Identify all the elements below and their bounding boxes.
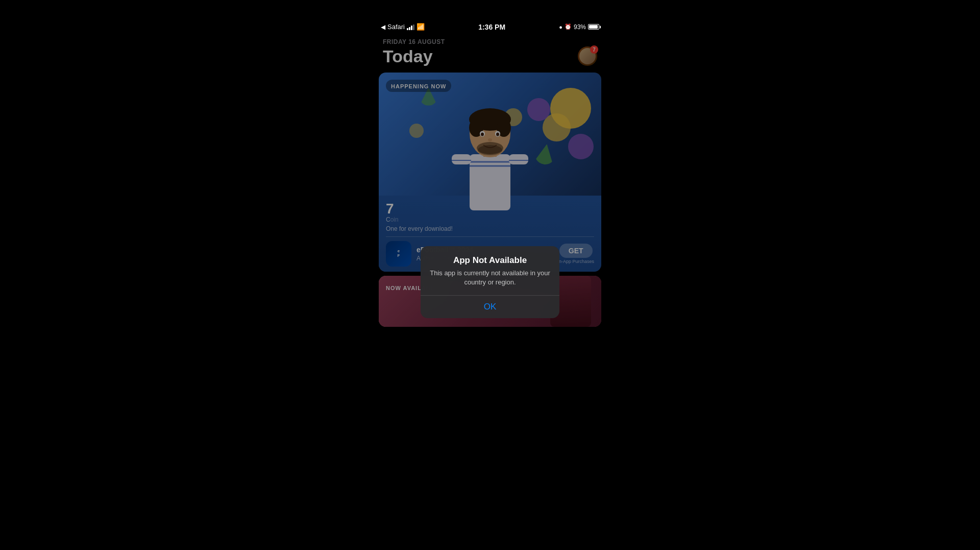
- status-bar: ◀ Safari 📶 1:36 PM ● ⏰ 93%: [373, 20, 607, 34]
- alert-content: App Not Available This app is currently …: [421, 246, 559, 295]
- back-arrow-icon: ◀: [381, 23, 385, 31]
- wifi-icon: 📶: [416, 23, 425, 31]
- app-content: FRIDAY 16 AUGUST Today 7: [373, 34, 607, 531]
- alert-dialog: App Not Available This app is currently …: [421, 246, 559, 318]
- battery-indicator: [588, 24, 599, 30]
- battery-icon: [588, 24, 599, 30]
- alert-title: App Not Available: [429, 255, 551, 266]
- carrier-label: Safari: [387, 23, 405, 31]
- alert-ok-label: OK: [484, 302, 497, 312]
- alert-overlay: App Not Available This app is currently …: [373, 34, 607, 531]
- signal-bar-3: [411, 26, 412, 30]
- status-time: 1:36 PM: [478, 23, 505, 31]
- status-left: ◀ Safari 📶: [381, 23, 425, 31]
- signal-bar-2: [409, 27, 410, 30]
- phone-screen: ◀ Safari 📶 1:36 PM ● ⏰ 93%: [373, 20, 607, 531]
- signal-bar-1: [407, 28, 408, 30]
- scroll-content: FRIDAY 16 AUGUST Today 7: [373, 34, 607, 531]
- alert-ok-button[interactable]: OK: [421, 296, 559, 318]
- signal-bar-4: [413, 25, 414, 30]
- signal-bars: [407, 24, 414, 30]
- alarm-icon: ⏰: [565, 23, 572, 30]
- location-icon: ●: [559, 24, 562, 30]
- battery-percent-label: 93%: [574, 23, 586, 31]
- battery-fill: [589, 25, 598, 29]
- alert-message: This app is currently not available in y…: [429, 269, 551, 287]
- status-right: ● ⏰ 93%: [559, 23, 599, 31]
